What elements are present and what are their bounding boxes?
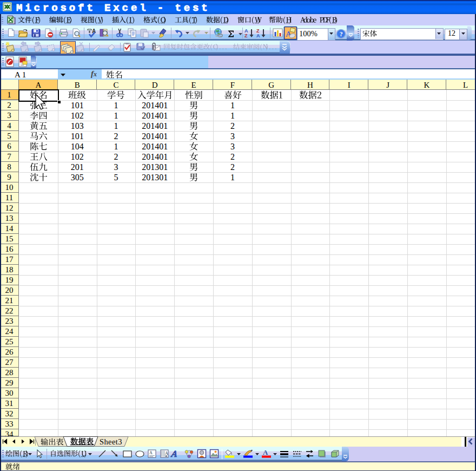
svg-text:A: A [256, 33, 260, 38]
svg-text:Z: Z [244, 33, 248, 38]
svg-text:A: A [263, 448, 268, 456]
svg-text:A: A [149, 450, 153, 455]
svg-text:A: A [165, 451, 168, 456]
svg-text:?: ? [340, 30, 343, 38]
